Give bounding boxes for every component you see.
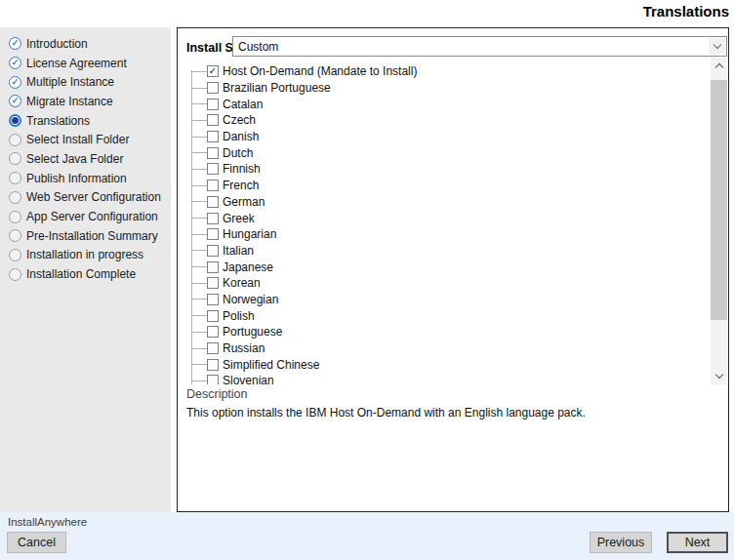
scrollbar-thumb[interactable] <box>711 80 727 320</box>
sidebar-item-translations: Translations <box>0 111 171 131</box>
step-pending-icon <box>9 172 21 184</box>
tree-connector <box>191 234 207 235</box>
language-row-slovenian[interactable]: Slovenian <box>184 373 711 384</box>
scroll-up-button[interactable] <box>711 58 727 74</box>
language-checkbox[interactable] <box>207 261 219 273</box>
language-label: Norwegian <box>223 293 278 306</box>
language-label: Portuguese <box>223 325 282 339</box>
sidebar-item-app-server-configuration: App Server Configuration <box>0 207 171 226</box>
language-checkbox[interactable] <box>207 147 219 159</box>
install-set-dropdown[interactable]: Custom <box>232 36 727 57</box>
language-label: Finnish <box>223 162 261 176</box>
language-checkbox[interactable] <box>207 114 219 126</box>
language-checkbox[interactable] <box>207 180 219 191</box>
step-label: Installation in progress <box>26 248 143 261</box>
chevron-down-icon <box>714 371 722 379</box>
language-checkbox[interactable] <box>207 65 219 77</box>
language-row-portuguese[interactable]: Portuguese <box>184 324 711 340</box>
tree-connector <box>191 137 207 138</box>
language-label: Dutch <box>223 146 253 160</box>
language-row-norwegian[interactable]: Norwegian <box>184 292 711 308</box>
language-checkbox[interactable] <box>207 82 219 94</box>
list-scrollbar[interactable] <box>711 58 727 384</box>
language-checkbox[interactable] <box>207 131 219 142</box>
tree-connector <box>191 152 207 153</box>
language-row-brazilian-portuguese[interactable]: Brazilian Portuguese <box>184 80 711 97</box>
language-row-korean[interactable]: Korean <box>184 275 711 292</box>
language-row-dutch[interactable]: Dutch <box>184 144 711 161</box>
language-list: Host On-Demand (Mandate to Install)Brazi… <box>184 58 711 384</box>
tree-connector <box>191 71 207 72</box>
language-row-italian[interactable]: Italian <box>184 243 711 260</box>
language-label: Host On-Demand (Mandate to Install) <box>223 64 417 78</box>
install-set-value: Custom <box>238 40 278 54</box>
language-label: Polish <box>223 309 255 323</box>
language-label: Slovenian <box>223 374 274 384</box>
previous-button[interactable]: Previous <box>590 532 652 553</box>
language-checkbox[interactable] <box>207 228 219 240</box>
language-checkbox[interactable] <box>207 326 219 338</box>
dropdown-button[interactable] <box>709 38 725 55</box>
footer-bar: InstallAnywhere Cancel Previous Next <box>0 512 734 560</box>
language-checkbox[interactable] <box>207 294 219 305</box>
language-label: Russian <box>223 341 265 355</box>
language-row-hungarian[interactable]: Hungarian <box>184 226 711 243</box>
language-row-russian[interactable]: Russian <box>184 340 711 357</box>
chevron-up-icon <box>714 63 722 71</box>
language-checkbox[interactable] <box>207 359 219 371</box>
language-row-czech[interactable]: Czech <box>184 112 711 129</box>
language-label: Czech <box>223 113 256 127</box>
language-label: Japanese <box>223 260 273 274</box>
sidebar-item-web-server-configuration: Web Server Configuration <box>0 188 171 208</box>
language-checkbox[interactable] <box>207 213 219 224</box>
language-row-finnish[interactable]: Finnish <box>184 161 711 178</box>
next-button[interactable]: Next <box>667 532 728 553</box>
language-row-greek[interactable]: Greek <box>184 210 711 226</box>
language-row-polish[interactable]: Polish <box>184 307 711 324</box>
language-row-german[interactable]: German <box>184 194 711 211</box>
step-pending-icon <box>9 191 21 204</box>
language-row-danish[interactable]: Danish <box>184 129 711 145</box>
language-row-host-on-demand-mandate-to-install[interactable]: Host On-Demand (Mandate to Install) <box>184 63 711 80</box>
language-label: German <box>223 195 265 209</box>
step-completed-icon <box>9 37 21 50</box>
language-label: Danish <box>223 130 259 143</box>
step-pending-icon <box>9 152 21 165</box>
language-checkbox[interactable] <box>207 163 219 175</box>
step-pending-icon <box>9 268 21 281</box>
step-current-icon <box>9 114 21 127</box>
language-label: Greek <box>223 212 255 225</box>
language-checkbox[interactable] <box>207 245 219 257</box>
language-checkbox[interactable] <box>207 342 219 354</box>
tree-connector <box>191 364 207 365</box>
language-row-simplified-chinese[interactable]: Simplified Chinese <box>184 356 711 373</box>
language-label: Simplified Chinese <box>223 358 319 372</box>
step-label: Web Server Configuration <box>26 190 161 204</box>
language-checkbox[interactable] <box>207 196 219 208</box>
step-label: Select Java Folder <box>26 152 123 166</box>
language-label: Italian <box>223 244 254 258</box>
step-label: App Server Configuration <box>26 210 158 223</box>
language-checkbox[interactable] <box>207 375 219 384</box>
language-row-catalan[interactable]: Catalan <box>184 96 711 112</box>
sidebar-item-pre-installation-summary: Pre-Installation Summary <box>0 226 171 246</box>
page-title: Translations <box>643 3 729 20</box>
step-label: Translations <box>26 114 90 128</box>
language-label: Hungarian <box>223 227 276 241</box>
step-completed-icon <box>9 57 21 69</box>
tree-connector <box>191 88 207 89</box>
cancel-button[interactable]: Cancel <box>7 532 66 553</box>
language-checkbox[interactable] <box>207 310 219 322</box>
language-row-french[interactable]: French <box>184 178 711 194</box>
tree-connector <box>191 120 207 121</box>
description-label: Description <box>186 387 248 401</box>
tree-connector <box>191 103 207 104</box>
language-row-japanese[interactable]: Japanese <box>184 259 711 275</box>
main-panel: Install Set Custom Host On-Demand (Manda… <box>177 27 729 512</box>
language-checkbox[interactable] <box>207 99 219 110</box>
tree-connector <box>191 250 207 251</box>
language-checkbox[interactable] <box>207 277 219 289</box>
tree-connector <box>191 332 207 333</box>
scroll-down-button[interactable] <box>711 368 727 384</box>
step-label: Pre-Installation Summary <box>26 229 158 243</box>
